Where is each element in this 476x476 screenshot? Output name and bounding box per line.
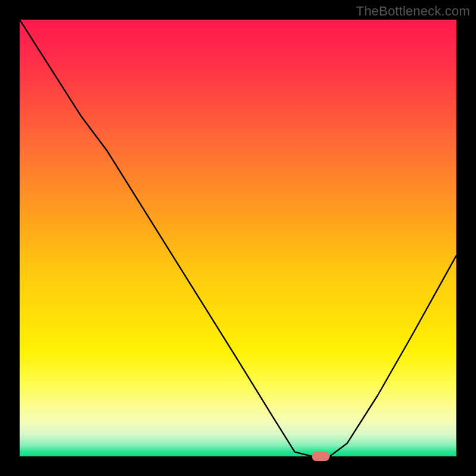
- watermark-text: TheBottleneck.com: [356, 4, 470, 19]
- chart-marker: [312, 452, 330, 461]
- chart-line-series: [20, 20, 456, 456]
- chart-plot-area: [20, 20, 456, 456]
